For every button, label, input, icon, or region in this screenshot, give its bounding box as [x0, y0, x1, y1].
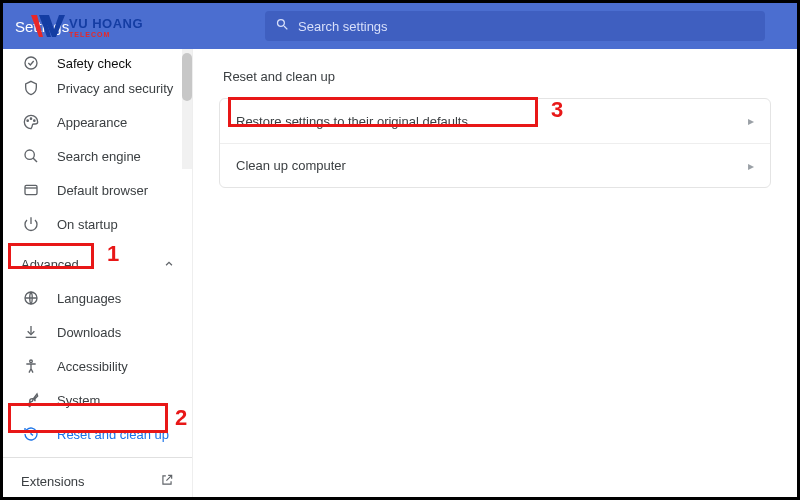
search-icon: [21, 148, 41, 164]
restore-icon: [21, 426, 41, 442]
palette-icon: [21, 114, 41, 130]
sidebar-item-reset[interactable]: Reset and clean up: [3, 417, 192, 451]
content-area: Reset and clean up Restore settings to t…: [193, 49, 797, 497]
globe-icon: [21, 290, 41, 306]
sidebar-item-defaultbrowser[interactable]: Default browser: [3, 173, 192, 207]
row-restore-defaults[interactable]: Restore settings to their original defau…: [220, 99, 770, 143]
sidebar-item-label: On startup: [57, 217, 118, 232]
browser-icon: [21, 182, 41, 198]
svg-point-0: [25, 57, 37, 69]
scrollbar-track[interactable]: [182, 49, 192, 169]
row-label: Restore settings to their original defau…: [236, 114, 468, 129]
svg-point-3: [34, 120, 35, 121]
sidebar-item-appearance[interactable]: Appearance: [3, 105, 192, 139]
svg-point-4: [25, 150, 34, 159]
sidebar-item-onstartup[interactable]: On startup: [3, 207, 192, 241]
external-link-icon: [160, 473, 174, 490]
sidebar-item-label: System: [57, 393, 100, 408]
chevron-right-icon: ▸: [748, 114, 754, 128]
power-icon: [21, 216, 41, 232]
sidebar-divider: [3, 457, 192, 458]
page-title: Settings: [15, 18, 265, 35]
sidebar-advanced-label: Advanced: [21, 257, 79, 272]
svg-point-1: [27, 120, 28, 121]
accessibility-icon: [21, 358, 41, 374]
sidebar: Safety check Privacy and security Appear…: [3, 49, 193, 497]
sidebar-item-label: Languages: [57, 291, 121, 306]
sidebar-item-label: Privacy and security: [57, 81, 173, 96]
sidebar-advanced-toggle[interactable]: Advanced: [3, 247, 192, 281]
chevron-up-icon: [164, 257, 174, 272]
sidebar-item-label: Reset and clean up: [57, 427, 169, 442]
safety-check-icon: [21, 55, 41, 71]
section-title: Reset and clean up: [223, 69, 771, 84]
sidebar-item-label: Default browser: [57, 183, 148, 198]
sidebar-item-label: Downloads: [57, 325, 121, 340]
settings-card: Restore settings to their original defau…: [219, 98, 771, 188]
sidebar-item-system[interactable]: System: [3, 383, 192, 417]
svg-point-2: [30, 118, 31, 119]
sidebar-item-privacy[interactable]: Privacy and security: [3, 71, 192, 105]
sidebar-item-label: Search engine: [57, 149, 141, 164]
sidebar-item-label: Appearance: [57, 115, 127, 130]
sidebar-item-accessibility[interactable]: Accessibility: [3, 349, 192, 383]
sidebar-item-downloads[interactable]: Downloads: [3, 315, 192, 349]
sidebar-item-safetycheck[interactable]: Safety check: [3, 49, 192, 71]
search-input[interactable]: [298, 19, 755, 34]
chevron-right-icon: ▸: [748, 159, 754, 173]
shield-icon: [21, 80, 41, 96]
sidebar-item-label: Safety check: [57, 56, 131, 71]
sidebar-item-label: Extensions: [21, 474, 85, 489]
download-icon: [21, 324, 41, 340]
scrollbar-thumb[interactable]: [182, 53, 192, 101]
row-label: Clean up computer: [236, 158, 346, 173]
svg-rect-6: [25, 185, 37, 194]
search-field[interactable]: [265, 11, 765, 41]
svg-line-5: [33, 158, 37, 162]
sidebar-item-label: Accessibility: [57, 359, 128, 374]
wrench-icon: [21, 392, 41, 408]
sidebar-item-searchengine[interactable]: Search engine: [3, 139, 192, 173]
sidebar-item-extensions[interactable]: Extensions: [3, 464, 192, 498]
svg-point-11: [30, 360, 33, 363]
row-cleanup-computer[interactable]: Clean up computer ▸: [220, 143, 770, 187]
search-icon: [275, 17, 290, 36]
header-bar: Settings: [3, 3, 797, 49]
sidebar-item-languages[interactable]: Languages: [3, 281, 192, 315]
